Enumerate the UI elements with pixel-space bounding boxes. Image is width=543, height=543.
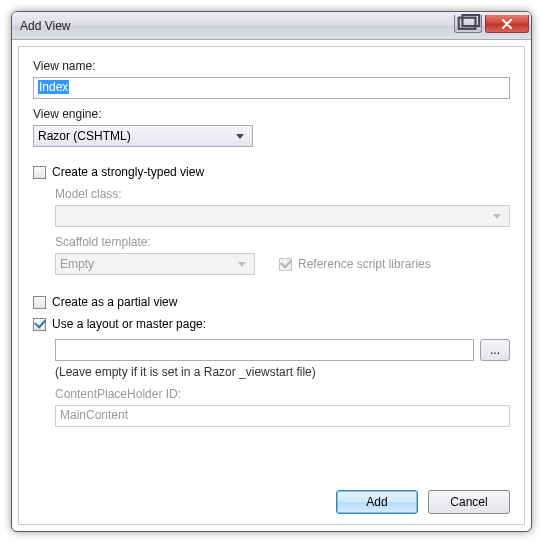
button-bar: Add Cancel	[336, 490, 510, 514]
window-buttons	[454, 15, 529, 33]
strongly-typed-label: Create a strongly-typed view	[52, 165, 204, 179]
scaffold-label: Scaffold template:	[55, 235, 255, 249]
view-name-value: Index	[38, 80, 69, 94]
minimize-restore-button[interactable]	[454, 15, 482, 33]
close-button[interactable]	[485, 15, 529, 33]
view-name-label: View name:	[33, 59, 510, 73]
view-engine-label: View engine:	[33, 107, 510, 121]
view-engine-select[interactable]: Razor (CSHTML)	[33, 125, 253, 147]
ref-scripts-checkbox	[279, 258, 292, 271]
partial-view-label: Create as a partial view	[52, 295, 177, 309]
cph-input: MainContent	[55, 405, 510, 427]
model-class-label: Model class:	[55, 187, 510, 201]
dialog-window: Add View View name: Index View engine: R…	[11, 11, 532, 532]
dialog-content: View name: Index View engine: Razor (CSH…	[18, 46, 525, 525]
scaffold-value: Empty	[60, 257, 94, 271]
strongly-typed-checkbox[interactable]	[33, 166, 46, 179]
cph-value: MainContent	[60, 408, 128, 422]
browse-button[interactable]: ...	[480, 339, 510, 361]
use-layout-row[interactable]: Use a layout or master page:	[33, 317, 510, 331]
scaffold-select: Empty	[55, 253, 255, 275]
model-class-select	[55, 205, 510, 227]
layout-hint: (Leave empty if it is set in a Razor _vi…	[55, 365, 510, 379]
layout-path-input[interactable]	[55, 339, 474, 361]
window-title: Add View	[20, 19, 454, 33]
cph-label: ContentPlaceHolder ID:	[55, 387, 510, 401]
chevron-down-icon	[493, 214, 501, 219]
strongly-typed-row[interactable]: Create a strongly-typed view	[33, 165, 510, 179]
chevron-down-icon	[238, 262, 246, 267]
titlebar: Add View	[12, 12, 531, 40]
use-layout-label: Use a layout or master page:	[52, 317, 206, 331]
ref-scripts-label: Reference script libraries	[298, 257, 431, 271]
partial-view-row[interactable]: Create as a partial view	[33, 295, 510, 309]
use-layout-checkbox[interactable]	[33, 318, 46, 331]
view-engine-value: Razor (CSHTML)	[38, 129, 131, 143]
cancel-button[interactable]: Cancel	[428, 490, 510, 514]
ref-scripts-row: Reference script libraries	[279, 253, 431, 275]
add-button[interactable]: Add	[336, 490, 418, 514]
partial-view-checkbox[interactable]	[33, 296, 46, 309]
view-name-input[interactable]: Index	[33, 77, 510, 99]
chevron-down-icon	[236, 134, 244, 139]
